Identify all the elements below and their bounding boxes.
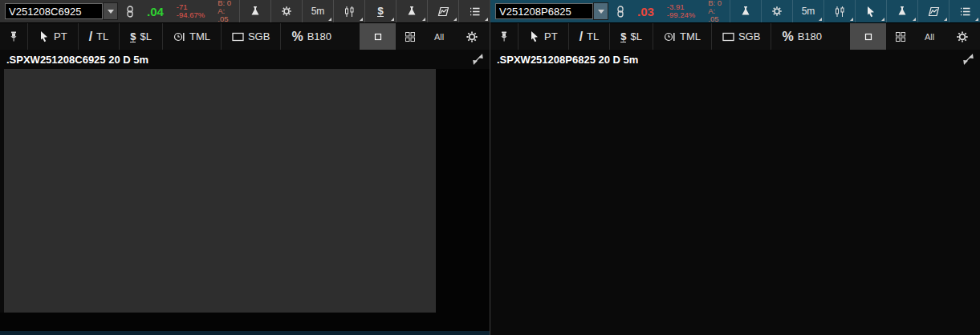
symbol-toolbar: .03 -3.91 -99.24% B: 0 A: .05 5m xyxy=(490,0,980,22)
price-axis xyxy=(436,69,490,313)
pin-icon xyxy=(498,30,510,42)
tool-tl-label: TL xyxy=(587,30,599,42)
tool-pt-label: PT xyxy=(544,30,558,42)
last-price: .03 xyxy=(637,5,654,18)
gear-icon xyxy=(466,30,478,43)
flask-icon xyxy=(406,6,417,17)
studies-flask-button[interactable] xyxy=(396,0,427,22)
layout-grid-button[interactable] xyxy=(396,23,425,50)
grid-icon xyxy=(895,31,906,42)
dollar-icon: $ xyxy=(620,31,626,42)
time-axis xyxy=(0,313,490,331)
settings-gear-button[interactable] xyxy=(761,0,792,22)
tool-pointer-button[interactable]: PT xyxy=(28,23,78,50)
timeframe-button[interactable]: 5m xyxy=(792,0,823,22)
trend-pattern-icon xyxy=(437,6,449,18)
studies-flask-button[interactable] xyxy=(886,0,917,22)
change-block: -3.91 -99.24% xyxy=(667,3,695,19)
tool-pt-label: PT xyxy=(54,30,67,42)
tool-price-level-button[interactable]: $$L xyxy=(120,23,162,50)
tool-sgb-label: SGB xyxy=(248,30,270,42)
chart-settings-gear-button[interactable] xyxy=(453,23,490,50)
tool-price-level-button[interactable]: $$L xyxy=(610,23,653,50)
bid-ask-block: B: 0 A: .05 xyxy=(708,0,723,23)
single-square-icon xyxy=(372,31,384,42)
symbol-input[interactable] xyxy=(5,3,103,19)
layout-grid-button[interactable] xyxy=(886,23,915,50)
change-percent: -99.24% xyxy=(667,11,695,19)
chart-canvas[interactable] xyxy=(0,69,490,335)
tool-sgb-button[interactable]: SGB xyxy=(222,23,280,50)
ask-value: A: .05 xyxy=(708,7,723,23)
change-block: -71 -94.67% xyxy=(177,3,205,19)
tool-b180-label: B180 xyxy=(798,30,822,42)
candlestick-icon xyxy=(344,6,356,18)
tool-tml-label: TML xyxy=(680,30,701,42)
chart-style-button[interactable] xyxy=(823,0,855,22)
patterns-button[interactable] xyxy=(427,0,458,22)
percent-icon: % xyxy=(782,30,793,44)
clock-line-icon xyxy=(173,31,185,42)
tool-trendline-button[interactable]: /TL xyxy=(79,23,120,50)
analyze-flask-button[interactable] xyxy=(239,0,270,22)
square-outline-icon xyxy=(232,31,244,42)
chevron-down-icon xyxy=(108,10,114,14)
slash-icon: / xyxy=(89,30,92,44)
analyze-flask-button[interactable] xyxy=(730,0,761,22)
layout-all-button[interactable]: All xyxy=(425,23,453,50)
patterns-button[interactable] xyxy=(917,0,949,22)
chart-panel-call: .04 -71 -94.67% B: 0 A: .05 5m $ xyxy=(0,0,490,335)
single-square-icon xyxy=(863,31,874,42)
cursor-icon xyxy=(865,6,876,18)
trading-app-window: .04 -71 -94.67% B: 0 A: .05 5m $ xyxy=(0,0,980,335)
pin-icon xyxy=(8,30,19,42)
symbol-dropdown-button[interactable] xyxy=(593,2,608,20)
tool-trendline-button[interactable]: /TL xyxy=(569,23,610,50)
pin-toolbar-button[interactable] xyxy=(0,23,27,50)
tool-b180-button[interactable]: %B180 xyxy=(771,23,832,50)
window-edge xyxy=(0,331,490,335)
symbol-input[interactable] xyxy=(495,3,593,19)
ask-value: A: .05 xyxy=(218,7,233,23)
pin-toolbar-button[interactable] xyxy=(490,23,518,50)
tool-sgb-button[interactable]: SGB xyxy=(712,23,771,50)
chart-title: .SPXW251208P6825 20 D 5m xyxy=(490,50,645,69)
tool-timeline-button[interactable]: TML xyxy=(653,23,711,50)
more-menu-button[interactable] xyxy=(458,0,490,22)
layout-single-button[interactable] xyxy=(360,23,396,50)
link-icon[interactable] xyxy=(124,6,136,18)
tool-pointer-button[interactable]: PT xyxy=(518,23,568,50)
chart-canvas[interactable] xyxy=(490,69,980,335)
all-label: All xyxy=(925,32,934,42)
slash-icon: / xyxy=(579,30,583,44)
dollar-icon: $ xyxy=(130,31,136,42)
layout-single-button[interactable] xyxy=(850,23,886,50)
chart-panel-put: .03 -3.91 -99.24% B: 0 A: .05 5m xyxy=(490,0,980,335)
tool-timeline-button[interactable]: TML xyxy=(163,23,221,50)
layout-all-button[interactable]: All xyxy=(915,23,944,50)
candlestick-icon xyxy=(834,6,846,18)
timeframe-label: 5m xyxy=(802,6,815,17)
resize-arrows-icon[interactable] xyxy=(962,50,980,69)
timeframe-button[interactable]: 5m xyxy=(302,0,333,22)
pointer-tool-button[interactable] xyxy=(855,0,886,22)
price-axis-button[interactable]: $ xyxy=(364,0,396,22)
cursor-icon xyxy=(529,30,540,42)
all-label: All xyxy=(434,32,444,42)
timeframe-label: 5m xyxy=(311,6,325,17)
last-price: .04 xyxy=(147,5,164,18)
link-icon[interactable] xyxy=(615,6,626,18)
more-menu-button[interactable] xyxy=(949,0,980,22)
plot-area xyxy=(4,69,436,313)
symbol-toolbar: .04 -71 -94.67% B: 0 A: .05 5m $ xyxy=(0,0,490,22)
chart-settings-gear-button[interactable] xyxy=(944,23,980,50)
tool-b180-button[interactable]: %B180 xyxy=(281,23,342,50)
drawing-toolbar: PT /TL $$L TML SGB %B180 All xyxy=(0,22,490,50)
dollar-icon: $ xyxy=(377,6,383,17)
symbol-dropdown-button[interactable] xyxy=(103,2,118,20)
resize-arrows-icon[interactable] xyxy=(471,50,490,69)
gear-icon xyxy=(956,30,969,43)
settings-gear-button[interactable] xyxy=(270,0,302,22)
chart-title-row: .SPXW251208C6925 20 D 5m xyxy=(0,50,490,69)
chart-style-button[interactable] xyxy=(333,0,364,22)
